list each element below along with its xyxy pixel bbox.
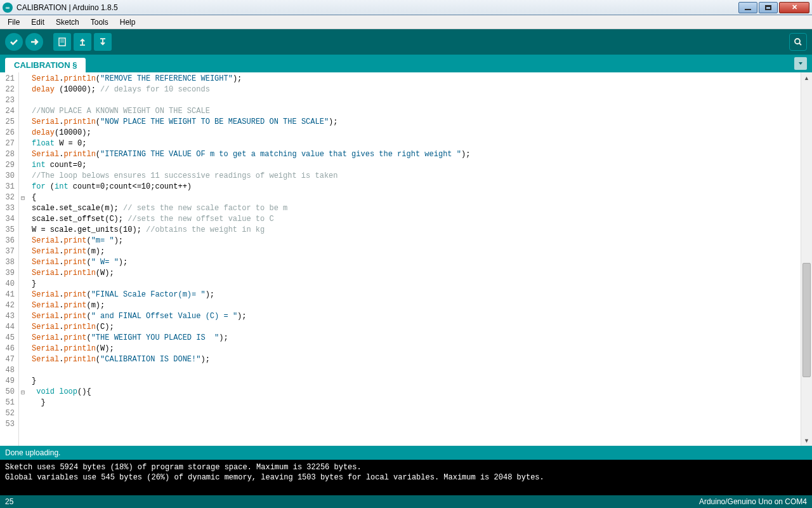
- tabbar: CALIBRATION §: [0, 55, 812, 72]
- fold-column[interactable]: ⊟⊟: [19, 72, 27, 446]
- console-output: Sketch uses 5924 bytes (18%) of program …: [0, 460, 812, 495]
- menu-file[interactable]: File: [3, 17, 25, 28]
- vertical-scrollbar[interactable]: ▲ ▼: [801, 72, 812, 446]
- verify-button[interactable]: [5, 33, 23, 51]
- line-number-gutter: 2122232425262728293031323334353637383940…: [0, 72, 19, 446]
- window-titlebar: ∞ CALIBRATION | Arduino 1.8.5 ✕: [0, 0, 812, 15]
- window-close-button[interactable]: ✕: [779, 2, 809, 13]
- board-port-label: Arduino/Genuino Uno on COM4: [699, 497, 807, 506]
- scroll-down-arrow-icon[interactable]: ▼: [801, 435, 812, 446]
- svg-point-5: [795, 39, 800, 44]
- menubar: File Edit Sketch Tools Help: [0, 15, 812, 29]
- status-line: Done uploading.: [0, 446, 812, 460]
- window-maximize-button[interactable]: [759, 2, 778, 13]
- menu-help[interactable]: Help: [115, 17, 141, 28]
- svg-line-6: [799, 43, 801, 45]
- scrollbar-thumb[interactable]: [802, 263, 811, 377]
- upload-button[interactable]: [25, 33, 43, 51]
- tab-calibration[interactable]: CALIBRATION §: [5, 58, 86, 72]
- arduino-logo-icon: ∞: [3, 3, 13, 13]
- console-line-1: Sketch uses 5924 bytes (18%) of program …: [5, 463, 362, 472]
- menu-edit[interactable]: Edit: [26, 17, 49, 28]
- bottom-bar: 25 Arduino/Genuino Uno on COM4: [0, 495, 812, 508]
- console-line-2: Global variables use 545 bytes (26%) of …: [5, 473, 544, 482]
- tab-dropdown-button[interactable]: [794, 57, 807, 70]
- status-message: Done uploading.: [5, 448, 60, 457]
- toolbar: [0, 29, 812, 55]
- window-minimize-button[interactable]: [738, 2, 757, 13]
- code-editor[interactable]: 2122232425262728293031323334353637383940…: [0, 72, 812, 446]
- code-area[interactable]: Serial.println("REMOVE THE REFERENCE WEI…: [27, 72, 801, 446]
- serial-monitor-button[interactable]: [789, 33, 807, 51]
- open-sketch-button[interactable]: [74, 33, 91, 51]
- save-sketch-button[interactable]: [94, 33, 112, 51]
- window-title: CALIBRATION | Arduino 1.8.5: [16, 3, 118, 12]
- menu-sketch[interactable]: Sketch: [51, 17, 84, 28]
- new-sketch-button[interactable]: [53, 33, 71, 51]
- scroll-up-arrow-icon[interactable]: ▲: [801, 72, 812, 83]
- cursor-line-number: 25: [5, 497, 13, 506]
- menu-tools[interactable]: Tools: [86, 17, 114, 28]
